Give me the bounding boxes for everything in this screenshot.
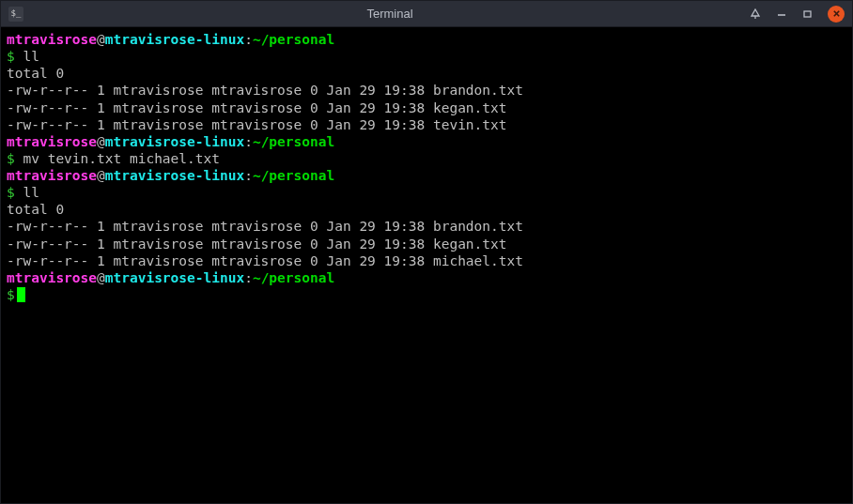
- shell-prompt: mtravisrose@mtravisrose-linux:~/personal: [7, 31, 846, 48]
- window-controls: [749, 6, 845, 23]
- command-line: $ ll: [7, 48, 846, 65]
- output-line: total 0: [7, 201, 846, 218]
- prompt-symbol: $: [7, 151, 15, 166]
- shell-prompt: mtravisrose@mtravisrose-linux:~/personal: [7, 167, 846, 184]
- prompt-symbol: $: [7, 185, 15, 200]
- prompt-host: mtravisrose-linux: [105, 32, 244, 47]
- prompt-path: ~/personal: [253, 32, 334, 47]
- prompt-path: ~/personal: [253, 168, 334, 183]
- maximize-icon[interactable]: [801, 8, 814, 21]
- prompt-at: @: [97, 32, 105, 47]
- output-line: -rw-r--r-- 1 mtravisrose mtravisrose 0 J…: [7, 82, 846, 99]
- prompt-host: mtravisrose-linux: [105, 270, 244, 285]
- prompt-path: ~/personal: [253, 270, 334, 285]
- prompt-path: ~/personal: [253, 134, 334, 149]
- command-text: ll: [23, 185, 39, 200]
- output-line: -rw-r--r-- 1 mtravisrose mtravisrose 0 J…: [7, 236, 846, 252]
- keep-on-top-icon[interactable]: [749, 8, 762, 21]
- command-line: $ ll: [7, 184, 846, 201]
- prompt-at: @: [97, 168, 105, 183]
- prompt-user: mtravisrose: [7, 168, 97, 183]
- cursor-block: [17, 287, 25, 302]
- output-line: -rw-r--r-- 1 mtravisrose mtravisrose 0 J…: [7, 116, 846, 133]
- output-line: -rw-r--r-- 1 mtravisrose mtravisrose 0 J…: [7, 218, 846, 235]
- terminal-app-icon: $_: [8, 7, 23, 22]
- prompt-host: mtravisrose-linux: [105, 168, 244, 183]
- prompt-colon: :: [244, 134, 253, 149]
- shell-prompt: mtravisrose@mtravisrose-linux:~/personal: [7, 269, 846, 286]
- window-title: Terminal: [31, 7, 749, 21]
- svg-rect-2: [804, 11, 811, 17]
- prompt-at: @: [97, 134, 105, 149]
- output-line: -rw-r--r-- 1 mtravisrose mtravisrose 0 J…: [7, 99, 846, 116]
- input-line[interactable]: $: [7, 286, 846, 303]
- prompt-host: mtravisrose-linux: [105, 134, 244, 149]
- prompt-at: @: [97, 270, 105, 285]
- prompt-symbol: $: [7, 49, 15, 64]
- prompt-colon: :: [244, 270, 253, 285]
- command-text: mv tevin.txt michael.txt: [23, 151, 220, 166]
- prompt-user: mtravisrose: [7, 134, 97, 149]
- titlebar: $_ Terminal: [1, 1, 852, 27]
- prompt-symbol: $: [7, 287, 15, 302]
- prompt-user: mtravisrose: [7, 270, 97, 285]
- output-line: -rw-r--r-- 1 mtravisrose mtravisrose 0 J…: [7, 252, 846, 269]
- terminal-content[interactable]: mtravisrose@mtravisrose-linux:~/personal…: [1, 27, 852, 503]
- terminal-window: $_ Terminal mtravisrose@mtravisrose-linu…: [0, 0, 853, 504]
- minimize-icon[interactable]: [775, 8, 788, 21]
- command-line: $ mv tevin.txt michael.txt: [7, 150, 846, 167]
- prompt-user: mtravisrose: [7, 32, 97, 47]
- terminal-app-icon-glyph: $_: [11, 9, 22, 18]
- command-text: ll: [23, 49, 39, 64]
- output-line: total 0: [7, 65, 846, 82]
- close-icon[interactable]: [828, 6, 845, 23]
- prompt-colon: :: [244, 32, 253, 47]
- shell-prompt: mtravisrose@mtravisrose-linux:~/personal: [7, 133, 846, 150]
- prompt-colon: :: [244, 168, 253, 183]
